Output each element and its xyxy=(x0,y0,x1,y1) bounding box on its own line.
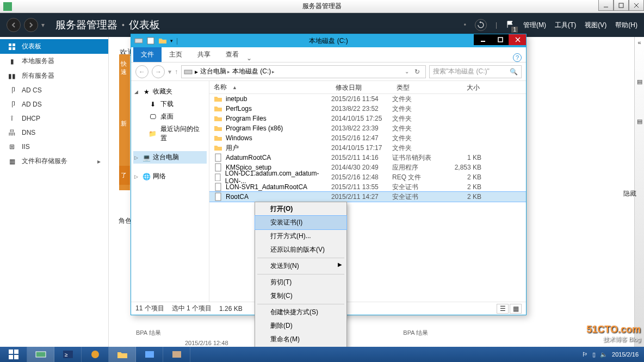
menu-help[interactable]: 帮助(H) xyxy=(615,21,637,30)
explorer-maximize-button[interactable] xyxy=(491,34,509,45)
address-bar[interactable]: ▸ 这台电脑▸ 本地磁盘 (C:)▸ ⌄ ↻ xyxy=(181,65,426,78)
explorer-minimize-button[interactable] xyxy=(474,34,491,45)
taskbar-item[interactable] xyxy=(136,347,163,362)
ribbon-tab-home[interactable]: 主页 xyxy=(162,47,190,62)
addr-refresh-button[interactable]: ↻ xyxy=(411,68,423,76)
sidebar-item-adds[interactable]: 卩AD DS xyxy=(0,97,108,111)
taskbar-server-manager[interactable] xyxy=(27,347,54,362)
menu-view[interactable]: 视图(V) xyxy=(585,21,606,30)
sidebar-item-all-servers[interactable]: ▮▮所有服务器 xyxy=(0,68,108,83)
sidebar-item-dhcp[interactable]: îDHCP xyxy=(0,111,108,126)
status-item-count: 11 个项目 xyxy=(135,304,164,313)
tray-clock[interactable]: 2015/2/16 xyxy=(612,351,639,358)
taskbar-item[interactable] xyxy=(82,347,109,362)
ctx-rename[interactable]: 重命名(M) xyxy=(255,333,346,346)
menu-manage[interactable]: 管理(M) xyxy=(523,21,546,30)
ctx-copy[interactable]: 复制(C) xyxy=(255,289,346,303)
ctx-open-with[interactable]: 打开方式(H)... xyxy=(255,229,346,243)
explorer-titlebar[interactable]: ▾ | 本地磁盘 (C:) xyxy=(131,34,526,47)
ctx-shortcut[interactable]: 创建快捷方式(S) xyxy=(255,305,346,319)
ribbon-tab-view[interactable]: 查看 xyxy=(218,47,246,62)
notifications-flag-icon[interactable]: 1 xyxy=(506,20,515,30)
breadcrumb-root[interactable]: 服务器管理器 xyxy=(55,18,117,32)
explorer-close-button[interactable] xyxy=(509,34,526,45)
start-button[interactable] xyxy=(0,347,27,362)
taskbar-explorer[interactable] xyxy=(109,347,136,362)
col-date[interactable]: 修改日期 xyxy=(331,81,392,93)
right-strip-chevron-icon[interactable]: « xyxy=(637,39,641,46)
sidebar-item-dns[interactable]: 晶DNS xyxy=(0,126,108,140)
right-strip-item[interactable]: ▤ xyxy=(637,78,642,85)
file-row[interactable]: LON-SVR1_AdatumRootCA2015/2/11 13:55安全证书… xyxy=(209,182,526,192)
addr-segment-drive[interactable]: 本地磁盘 (C:) xyxy=(232,67,271,76)
svg-rect-6 xyxy=(13,43,15,46)
file-row[interactable]: Windows2015/2/16 12:47文件夹 xyxy=(209,133,526,143)
taskbar-item[interactable] xyxy=(163,347,190,362)
col-size[interactable]: 大小 xyxy=(447,81,485,93)
ribbon-expand-icon[interactable]: ⌄ xyxy=(246,54,252,62)
addr-dropdown-icon[interactable]: ⌄ xyxy=(405,68,409,74)
outer-close-button[interactable] xyxy=(629,0,644,11)
ctx-send-to[interactable]: 发送到(N)▶ xyxy=(255,259,346,273)
taskbar-powershell[interactable]: ≥ xyxy=(54,347,82,362)
ribbon-tab-share[interactable]: 共享 xyxy=(190,47,218,62)
nav-network[interactable]: ▷🌐网络 xyxy=(133,170,207,183)
nav-favorites[interactable]: ◢★收藏夹 xyxy=(133,85,207,98)
file-row[interactable]: AdatumRootCA2015/2/11 14:16证书吊销列表1 KB xyxy=(209,153,526,163)
file-date: 2015/2/11 13:55 xyxy=(331,183,392,191)
refresh-button[interactable] xyxy=(475,19,487,31)
view-details-button[interactable]: ☰ xyxy=(497,304,509,314)
file-row[interactable]: 用户2014/10/15 17:17文件夹 xyxy=(209,143,526,153)
servers-icon: ▮▮ xyxy=(8,72,16,80)
col-name[interactable]: 名称▲ xyxy=(209,81,331,93)
col-type[interactable]: 类型 xyxy=(392,81,447,93)
menu-tools[interactable]: 工具(T) xyxy=(555,21,576,30)
view-icons-button[interactable]: ▦ xyxy=(510,304,522,314)
file-name: 用户 xyxy=(226,143,239,153)
file-row[interactable]: LON-DC1.adatum.com_adatum-LON-...2015/2/… xyxy=(209,172,526,182)
nav-back-button[interactable] xyxy=(7,18,21,32)
chevron-right-icon[interactable]: ▸ xyxy=(195,68,198,76)
ctx-open[interactable]: 打开(O) xyxy=(255,202,346,216)
file-row[interactable]: Program Files2014/10/15 17:25文件夹 xyxy=(209,114,526,123)
sidebar-item-storage[interactable]: ▦文件和存储服务▸ xyxy=(0,154,108,168)
properties-icon[interactable] xyxy=(146,36,155,45)
nav-computer[interactable]: ▷💻这台电脑 xyxy=(133,151,207,164)
nav-forward-button[interactable] xyxy=(24,18,38,32)
outer-minimize-button[interactable] xyxy=(598,0,614,11)
sidebar-item-adcs[interactable]: 卩AD CS xyxy=(0,83,108,97)
explorer-back-button[interactable]: ← xyxy=(135,65,148,78)
ribbon-tab-file[interactable]: 文件 xyxy=(133,47,162,62)
nav-desktop[interactable]: 🖵桌面 xyxy=(133,110,207,123)
explorer-forward-button[interactable]: → xyxy=(152,65,165,78)
folder-icon[interactable] xyxy=(158,36,167,45)
hidden-label[interactable]: 隐藏 xyxy=(623,189,636,198)
sidebar-item-iis[interactable]: ⊞IIS xyxy=(0,140,108,154)
ctx-install-cert[interactable]: 安装证书(I) xyxy=(255,216,346,229)
file-date: 2014/10/15 17:17 xyxy=(331,144,392,152)
tray-volume-icon[interactable]: 🔈 xyxy=(600,351,608,358)
ctx-delete[interactable]: 删除(D) xyxy=(255,319,346,333)
tray-network-icon[interactable]: ▯ xyxy=(592,351,596,358)
sidebar-item-local-server[interactable]: ▮本地服务器 xyxy=(0,54,108,68)
file-row[interactable]: RootCA2015/2/11 14:27安全证书2 KB xyxy=(209,192,526,202)
qat-dropdown-icon[interactable]: ▾ xyxy=(170,38,173,43)
search-input[interactable]: 搜索"本地磁盘 (C:)" 🔍 xyxy=(429,65,522,78)
ctx-restore[interactable]: 还原以前的版本(V) xyxy=(255,243,346,257)
nav-recent[interactable]: 📁最近访问的位置 xyxy=(133,123,207,145)
sidebar-item-dashboard[interactable]: 仪表板 xyxy=(0,39,108,54)
file-row[interactable]: inetpub2015/2/16 11:54文件夹 xyxy=(209,94,526,104)
help-icon[interactable]: ? xyxy=(513,53,522,62)
nav-dropdown-icon[interactable]: ▾ xyxy=(41,21,45,29)
ctx-cut[interactable]: 剪切(T) xyxy=(255,276,346,289)
outer-maximize-button[interactable] xyxy=(614,0,629,11)
file-row[interactable]: Program Files (x86)2013/8/22 23:39文件夹 xyxy=(209,123,526,133)
explorer-up-button[interactable]: ↑ xyxy=(175,68,178,76)
right-strip-item[interactable]: ▤ xyxy=(637,118,642,125)
folder-icon xyxy=(214,95,222,103)
nav-downloads[interactable]: ⬇下载 xyxy=(133,98,207,110)
addr-segment-computer[interactable]: 这台电脑 xyxy=(200,67,226,76)
file-row[interactable]: PerfLogs2013/8/22 23:52文件夹 xyxy=(209,104,526,114)
explorer-recent-dropdown[interactable]: ▾ xyxy=(168,68,171,76)
tray-flag-icon[interactable]: 🏳 xyxy=(582,351,588,358)
